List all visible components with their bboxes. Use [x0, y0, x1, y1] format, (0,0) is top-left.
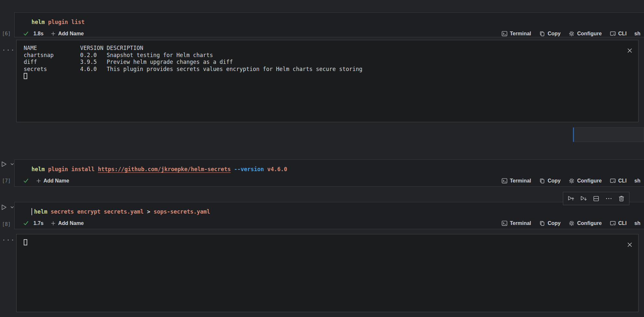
- chevron-down-icon: [10, 162, 15, 167]
- more-options-icon[interactable]: [605, 195, 613, 202]
- cli-button[interactable]: CLI: [610, 178, 627, 184]
- configure-label: Configure: [577, 178, 602, 184]
- terminal-cursor: [24, 73, 27, 79]
- terminal-button[interactable]: Terminal: [501, 30, 531, 37]
- terminal-button[interactable]: Terminal: [501, 220, 531, 227]
- configure-label: Configure: [577, 220, 602, 226]
- cell-7-actions: Terminal Copy Configure: [501, 178, 641, 184]
- add-name-button[interactable]: Add Name: [51, 220, 84, 226]
- output-line: chartsnap 0.2.0 Snapshot testing for Hel…: [24, 52, 362, 59]
- command-cell-8: helm secrets encrypt secrets.yaml > sops…: [14, 202, 644, 229]
- plus-icon: [36, 178, 41, 183]
- copy-button[interactable]: Copy: [539, 30, 561, 37]
- command-line-8[interactable]: helm secrets encrypt secrets.yaml > sops…: [31, 208, 210, 216]
- cli-label: CLI: [618, 31, 627, 37]
- cell-7-execution-index: [7]: [2, 178, 11, 184]
- command-token: sops-secrets.yaml: [150, 208, 210, 215]
- success-check-icon: [23, 220, 29, 226]
- terminal-icon: [501, 178, 508, 184]
- add-name-label: Add Name: [58, 31, 84, 37]
- cli-icon: [610, 178, 616, 184]
- success-check-icon: [23, 178, 29, 184]
- cli-button[interactable]: CLI: [610, 220, 627, 227]
- cli-icon: [610, 220, 616, 227]
- run-cell-7-button[interactable]: [0, 160, 15, 168]
- configure-button[interactable]: Configure: [568, 178, 602, 184]
- copy-label: Copy: [548, 178, 561, 184]
- chevron-down-icon: [10, 205, 15, 210]
- shell-type-label[interactable]: sh: [634, 220, 640, 226]
- output-1-text: NAME VERSION DESCRIPTION chartsnap 0.2.0…: [24, 45, 362, 80]
- command-token: helm: [31, 19, 45, 25]
- run-icon: [0, 160, 8, 168]
- cell-6-actions: Terminal Copy Configure: [501, 30, 641, 37]
- copy-icon: [539, 178, 545, 184]
- copy-button[interactable]: Copy: [539, 178, 561, 184]
- add-name-label: Add Name: [43, 178, 69, 184]
- shell-label: sh: [634, 220, 640, 226]
- command-token: plugin list: [45, 19, 85, 25]
- copy-icon: [539, 220, 545, 227]
- command-token: v4.6.0: [264, 166, 287, 172]
- run-all-below-icon[interactable]: [580, 195, 587, 202]
- copy-label: Copy: [548, 220, 561, 226]
- shell-type-label[interactable]: sh: [634, 31, 640, 37]
- command-url-link[interactable]: https://github.com/jkroepke/helm-secrets: [98, 166, 231, 172]
- shell-type-label[interactable]: sh: [634, 178, 640, 184]
- terminal-icon: [501, 220, 508, 227]
- cli-icon: [610, 30, 616, 37]
- output-cursor-line: [24, 239, 27, 246]
- terminal-label: Terminal: [510, 178, 531, 184]
- copy-icon: [539, 30, 545, 37]
- terminal-label: Terminal: [510, 31, 531, 37]
- cli-button[interactable]: CLI: [610, 30, 627, 37]
- command-token: secrets encrypt secrets.yaml: [47, 208, 147, 215]
- add-name-button[interactable]: Add Name: [51, 31, 84, 37]
- command-token: [231, 166, 234, 172]
- configure-button[interactable]: Configure: [568, 30, 602, 37]
- output-1-more-button[interactable]: ...: [2, 45, 15, 52]
- output-cursor-line: [24, 73, 362, 80]
- success-check-icon: [23, 31, 29, 37]
- terminal-label: Terminal: [510, 220, 531, 226]
- text-caret: [31, 208, 32, 215]
- close-output-icon[interactable]: [626, 47, 633, 54]
- output-panel-2: [16, 234, 638, 312]
- run-cell-8-button[interactable]: [0, 204, 15, 211]
- cell-6-execution-index: [6]: [2, 31, 11, 37]
- copy-button[interactable]: Copy: [539, 220, 561, 227]
- cell-7-status-row: Add Name Terminal Copy: [23, 177, 640, 185]
- output-2-text: [24, 239, 27, 246]
- close-output-icon[interactable]: [626, 241, 633, 248]
- output-2-more-button[interactable]: ...: [2, 235, 15, 242]
- command-token: helm: [31, 166, 45, 172]
- cell-6-status-row: 1.8s Add Name Terminal: [23, 30, 640, 38]
- output-line: diff 3.9.5 Preview helm upgrade changes …: [24, 59, 362, 66]
- delete-cell-icon[interactable]: [618, 195, 625, 202]
- notebook-terminal-screen: helm plugin list 1.8s Add Name: [0, 0, 644, 317]
- command-token: plugin install: [45, 166, 98, 172]
- command-line-7[interactable]: helm plugin install https://github.com/j…: [31, 165, 287, 173]
- cell-8-execution-index: [8]: [2, 221, 11, 227]
- plus-icon: [51, 221, 56, 226]
- configure-button[interactable]: Configure: [568, 220, 602, 227]
- add-name-label: Add Name: [58, 220, 84, 226]
- output-line: secrets 4.6.0 This plugin provides secre…: [24, 66, 362, 73]
- terminal-icon: [501, 30, 508, 37]
- copy-label: Copy: [548, 31, 561, 37]
- duration-label: 1.7s: [33, 220, 43, 226]
- add-name-button[interactable]: Add Name: [36, 178, 69, 184]
- cli-label: CLI: [618, 178, 627, 184]
- gear-icon: [568, 178, 575, 184]
- run-all-above-icon[interactable]: [567, 195, 575, 202]
- command-operator-token: >: [147, 208, 150, 215]
- output-panel-1: NAME VERSION DESCRIPTION chartsnap 0.2.0…: [16, 40, 638, 122]
- split-cell-icon[interactable]: [592, 195, 600, 202]
- terminal-cursor: [24, 239, 27, 245]
- cli-label: CLI: [618, 220, 627, 226]
- command-line-6[interactable]: helm plugin list: [31, 18, 85, 26]
- duration-label: 1.8s: [33, 31, 43, 37]
- cell-8-status-row: 1.7s Add Name Terminal: [23, 219, 640, 227]
- cell-8-actions: Terminal Copy Configure: [501, 220, 641, 227]
- terminal-button[interactable]: Terminal: [501, 178, 531, 184]
